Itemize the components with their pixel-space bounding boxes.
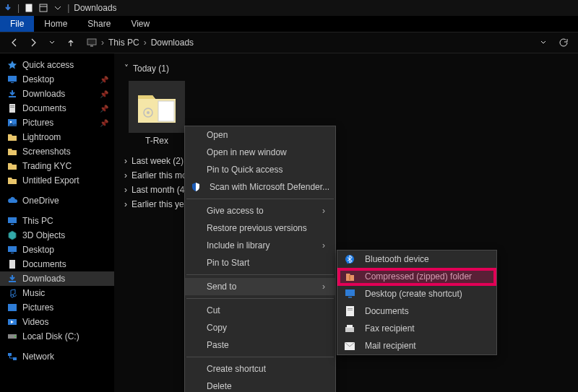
sidebar-item-lightroom[interactable]: Lightroom <box>0 130 114 144</box>
sidebar-item-localdisk[interactable]: Local Disk (C:) <box>0 329 114 344</box>
recent-dropdown[interactable] <box>45 35 59 50</box>
svg-rect-24 <box>13 357 17 360</box>
folder-thumb <box>129 81 185 133</box>
sidebar-item-music[interactable]: Music <box>0 286 114 300</box>
tab-share[interactable]: Share <box>77 16 121 32</box>
svg-rect-25 <box>158 101 174 121</box>
sidebar-item-label: This PC <box>22 216 108 226</box>
sidebar-item-3dobjects[interactable]: 3D Objects <box>0 228 114 243</box>
sidebar-item-label: Downloads <box>22 274 108 284</box>
sidebar-item-documents[interactable]: Documents📌 <box>0 101 114 116</box>
sidebar-item-label: Trading KYC <box>22 161 108 171</box>
forward-button[interactable] <box>26 35 40 50</box>
up-button[interactable] <box>64 35 78 50</box>
address-dropdown[interactable] <box>536 35 551 50</box>
tab-home[interactable]: Home <box>34 16 77 32</box>
ctx-open[interactable]: Open <box>185 126 335 144</box>
ctx-open-new-window[interactable]: Open in new window <box>185 144 335 161</box>
breadcrumb-folder[interactable]: Downloads <box>151 38 194 48</box>
sidebar-item-label: Local Disk (C:) <box>22 331 108 341</box>
menu-label: Cut <box>207 305 220 315</box>
fax-icon <box>343 324 356 333</box>
navigation-pane: Quick access Desktop📌 Downloads📌 Documen… <box>0 53 114 392</box>
menu-separator <box>186 199 334 199</box>
sidebar-item-label: OneDrive <box>22 196 108 206</box>
ctx-include-library[interactable]: Include in library› <box>185 237 335 254</box>
down-arrow-icon[interactable] <box>3 3 13 13</box>
menu-label: Open <box>207 130 228 140</box>
svg-rect-19 <box>8 304 17 311</box>
sidebar-item-label: Network <box>22 352 108 362</box>
sidebar-item-label: Pictures <box>22 302 108 313</box>
sidebar-item-videos[interactable]: Videos <box>0 315 114 329</box>
svg-rect-0 <box>26 4 33 12</box>
sidebar-item-screenshots[interactable]: Screenshots <box>0 144 114 159</box>
breadcrumb-root[interactable]: This PC <box>108 38 139 48</box>
sidebar-onedrive[interactable]: OneDrive <box>0 193 114 208</box>
ctx-send-to[interactable]: Send to› <box>185 278 335 295</box>
bluetooth-icon <box>343 254 356 264</box>
sidebar-this-pc[interactable]: This PC <box>0 214 114 228</box>
sidebar-item-downloads-pc[interactable]: Downloads <box>0 271 114 286</box>
tab-file-label: File <box>10 19 24 29</box>
group-today[interactable]: ˅Today (1) <box>124 64 568 74</box>
sendto-compressed[interactable]: Compressed (zipped) folder <box>337 268 496 285</box>
chevron-right-icon[interactable]: › <box>101 38 104 48</box>
ctx-cut[interactable]: Cut <box>185 302 335 319</box>
sidebar-network[interactable]: Network <box>0 349 114 364</box>
ctx-create-shortcut[interactable]: Create shortcut <box>185 360 335 378</box>
dropdown-icon[interactable] <box>53 3 63 13</box>
svg-rect-9 <box>10 105 14 106</box>
svg-rect-17 <box>9 260 15 269</box>
svg-rect-13 <box>8 217 17 223</box>
chevron-right-icon: › <box>124 156 127 166</box>
ctx-pin-quick[interactable]: Pin to Quick access <box>185 161 335 178</box>
svg-rect-5 <box>8 76 17 82</box>
tab-file[interactable]: File <box>0 16 34 32</box>
chevron-right-icon[interactable]: › <box>144 38 147 48</box>
menu-label: Documents <box>365 306 409 316</box>
tab-home-label: Home <box>44 19 67 29</box>
sidebar-item-untitled-export[interactable]: Untitled Export <box>0 173 114 188</box>
sidebar-item-documents-pc[interactable]: Documents <box>0 257 114 271</box>
ctx-restore-versions[interactable]: Restore previous versions <box>185 219 335 237</box>
sidebar-item-downloads[interactable]: Downloads📌 <box>0 87 114 101</box>
document-icon <box>7 103 17 113</box>
ctx-delete[interactable]: Delete <box>185 378 335 392</box>
sendto-documents[interactable]: Documents <box>337 302 496 320</box>
group-label: Earlier this year <box>131 199 191 209</box>
menu-label: Desktop (create shortcut) <box>365 289 462 299</box>
ctx-paste[interactable]: Paste <box>185 336 335 354</box>
tab-view[interactable]: View <box>121 16 160 32</box>
sendto-fax[interactable]: Fax recipient <box>337 320 496 337</box>
download-icon <box>7 89 17 99</box>
new-file-icon[interactable] <box>24 3 34 13</box>
sendto-mail[interactable]: Mail recipient <box>337 337 496 354</box>
address-bar[interactable]: › This PC › Downloads <box>82 38 532 48</box>
sidebar-item-desktop[interactable]: Desktop📌 <box>0 72 114 87</box>
svg-rect-1 <box>40 4 47 12</box>
sidebar-item-pictures[interactable]: Pictures📌 <box>0 116 114 130</box>
document-icon <box>343 306 356 316</box>
sendto-desktop-shortcut[interactable]: Desktop (create shortcut) <box>337 285 496 302</box>
sendto-bluetooth[interactable]: Bluetooth device <box>337 251 496 268</box>
menu-label: Scan with Microsoft Defender... <box>210 182 329 192</box>
sidebar-item-label: Videos <box>22 317 108 327</box>
chevron-right-icon: › <box>322 282 325 292</box>
group-label: Last month (4) <box>131 185 187 195</box>
tab-share-label: Share <box>87 19 111 29</box>
file-item-trex[interactable]: T-Rex <box>129 81 185 146</box>
ctx-copy[interactable]: Copy <box>185 319 335 336</box>
ctx-pin-start[interactable]: Pin to Start <box>185 254 335 271</box>
svg-rect-16 <box>11 253 14 253</box>
document-icon <box>7 259 17 269</box>
sidebar-item-trading-kyc[interactable]: Trading KYC <box>0 159 114 173</box>
ctx-give-access[interactable]: Give access to› <box>185 202 335 219</box>
sidebar-item-pictures-pc[interactable]: Pictures <box>0 300 114 315</box>
ctx-scan-defender[interactable]: Scan with Microsoft Defender... <box>185 178 335 196</box>
sidebar-quick-access[interactable]: Quick access <box>0 58 114 72</box>
properties-icon[interactable] <box>38 3 48 13</box>
back-button[interactable] <box>7 35 22 50</box>
sidebar-item-desktop-pc[interactable]: Desktop <box>0 243 114 257</box>
refresh-button[interactable] <box>555 38 571 48</box>
